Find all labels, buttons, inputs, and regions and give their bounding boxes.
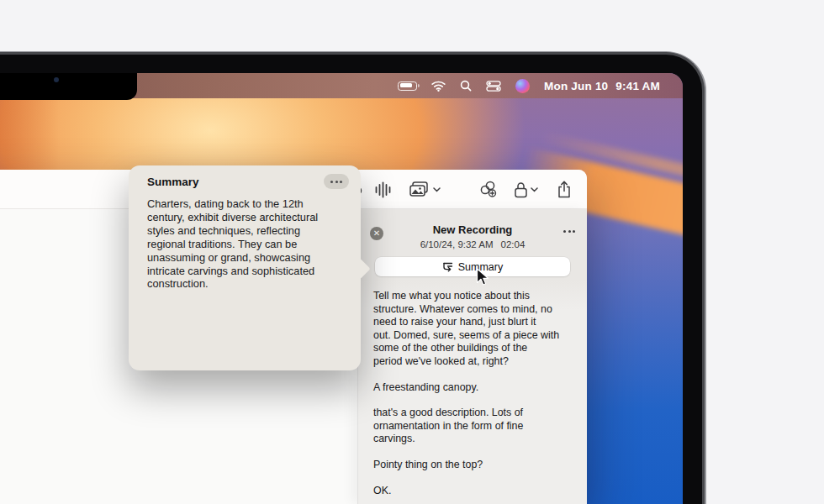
ellipsis-icon[interactable] [324,174,349,189]
recording-panel: ✕ New Recording 6/10/24, 9:32 AM 02:04 [357,209,587,504]
transcript: Tell me what you notice about this struc… [373,290,578,504]
lock-icon[interactable] [514,170,528,209]
transcript-paragraph: Pointy thing on the top? [373,459,578,472]
popover-summary-text: Charters, dating back to the 12th centur… [147,197,346,291]
recording-meta: 6/10/24, 9:32 AM 02:04 [358,239,587,249]
display-notch [0,73,137,100]
search-icon[interactable] [460,73,472,98]
summarize-icon [442,261,453,272]
transcript-paragraph: that's a good description. Lots of ornam… [373,407,578,446]
photos-icon[interactable] [409,170,429,209]
more-options-button[interactable] [563,230,575,233]
share-icon[interactable] [557,170,572,209]
menu-bar-time: 9:41 AM [615,80,660,92]
siri-icon[interactable] [515,73,530,98]
control-center-icon[interactable] [486,73,501,98]
wifi-icon[interactable] [431,73,446,98]
chevron-down-icon[interactable] [433,170,441,209]
audio-waveform-icon[interactable] [375,170,391,209]
recording-datetime: 6/10/24, 9:32 AM [420,239,494,249]
transcript-paragraph: OK. [373,485,578,498]
battery-icon[interactable] [398,73,417,98]
mouse-cursor [476,268,489,286]
chevron-down-icon[interactable] [531,170,538,209]
menu-bar-date: Mon Jun 10 [544,80,608,92]
summary-popover: Summary Charters, dating back to the 12t… [129,165,361,370]
recording-title: New Recording [358,223,587,236]
camera-icon [54,77,59,82]
recording-duration: 02:04 [501,239,526,249]
macbook-screen: Mon Jun 10 9:41 AM [0,73,683,504]
add-link-icon[interactable] [479,170,498,209]
menu-bar-clock[interactable]: Mon Jun 10 9:41 AM [544,80,660,92]
transcript-paragraph: Tell me what you notice about this struc… [373,290,578,369]
transcript-paragraph: A freestanding canopy. [373,381,578,395]
popover-title: Summary [147,176,199,188]
page: Mon Jun 10 9:41 AM [0,0,824,504]
summary-button[interactable]: Summary [375,257,570,276]
